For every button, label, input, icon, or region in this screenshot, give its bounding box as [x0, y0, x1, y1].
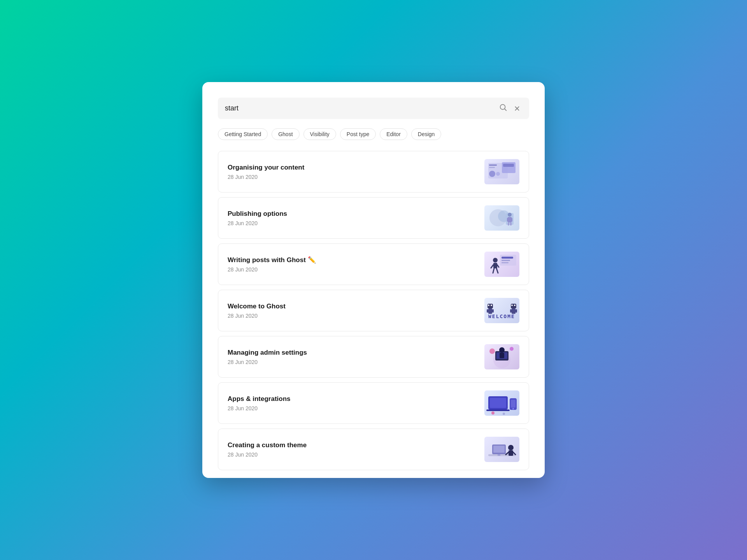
result-thumbnail: [484, 390, 519, 416]
filter-tag-visibility[interactable]: Visibility: [303, 128, 336, 140]
svg-rect-31: [487, 304, 493, 308]
svg-rect-16: [507, 218, 509, 222]
filter-tag-design[interactable]: Design: [411, 128, 442, 140]
svg-rect-61: [498, 454, 500, 456]
result-text: Managing admin settings 28 Jun 2020: [228, 349, 307, 365]
result-thumbnail: WELCOME: [484, 298, 519, 323]
svg-line-29: [496, 268, 498, 273]
filter-tags: Getting Started Ghost Visibility Post ty…: [218, 128, 529, 140]
result-text: Apps & integrations 28 Jun 2020: [228, 395, 291, 411]
svg-point-38: [511, 304, 513, 306]
result-date: 28 Jun 2020: [228, 174, 304, 180]
svg-point-55: [512, 408, 514, 410]
result-card-admin[interactable]: Managing admin settings 28 Jun 2020: [218, 336, 529, 378]
result-thumbnail: [484, 344, 519, 369]
svg-rect-9: [489, 164, 497, 166]
result-title: Welcome to Ghost: [228, 303, 286, 310]
result-text: Welcome to Ghost 28 Jun 2020: [228, 303, 286, 319]
svg-point-24: [493, 258, 498, 262]
svg-point-39: [514, 304, 516, 306]
svg-rect-63: [509, 450, 513, 456]
svg-rect-54: [511, 400, 516, 408]
svg-line-1: [505, 109, 506, 110]
svg-point-0: [500, 105, 505, 110]
result-date: 28 Jun 2020: [228, 359, 307, 365]
svg-rect-18: [508, 222, 509, 226]
result-text: Organising your content 28 Jun 2020: [228, 164, 304, 180]
result-text: Publishing options 28 Jun 2020: [228, 210, 287, 226]
svg-point-8: [496, 172, 500, 176]
search-icon: [499, 103, 507, 114]
svg-rect-22: [502, 260, 510, 261]
result-date: 28 Jun 2020: [228, 405, 291, 411]
results-list: Organising your content 28 Jun 2020 Publ…: [218, 151, 529, 470]
filter-tag-post-type[interactable]: Post type: [340, 128, 376, 140]
svg-rect-19: [510, 222, 512, 226]
filter-tag-editor[interactable]: Editor: [380, 128, 407, 140]
result-card-apps[interactable]: Apps & integrations 28 Jun 2020: [218, 382, 529, 424]
result-thumbnail: [484, 252, 519, 277]
filter-tag-ghost[interactable]: Ghost: [272, 128, 299, 140]
svg-rect-21: [502, 257, 513, 259]
svg-point-48: [499, 347, 505, 353]
svg-rect-41: [510, 309, 512, 313]
result-date: 28 Jun 2020: [228, 220, 287, 226]
svg-point-32: [488, 304, 489, 306]
result-date: 28 Jun 2020: [228, 452, 307, 458]
result-title: Publishing options: [228, 210, 287, 218]
result-title: Creating a custom theme: [228, 441, 307, 449]
result-card-writing[interactable]: Writing posts with Ghost ✏️ 28 Jun 2020: [218, 243, 529, 285]
svg-point-14: [508, 213, 512, 217]
svg-rect-34: [488, 308, 492, 314]
result-title: Organising your content: [228, 164, 304, 172]
result-card-welcome[interactable]: Welcome to Ghost 28 Jun 2020 WELCOME: [218, 290, 529, 331]
svg-text:WELCOME: WELCOME: [488, 313, 515, 319]
result-text: Creating a custom theme 28 Jun 2020: [228, 441, 307, 458]
svg-rect-40: [512, 308, 516, 314]
svg-rect-6: [503, 164, 514, 167]
search-input[interactable]: [225, 104, 494, 112]
svg-point-33: [491, 304, 492, 306]
result-date: 28 Jun 2020: [228, 266, 316, 273]
svg-line-27: [497, 265, 499, 267]
close-button[interactable]: [512, 103, 522, 114]
result-thumbnail: [484, 437, 519, 462]
svg-rect-52: [486, 410, 510, 411]
result-title: Managing admin settings: [228, 349, 307, 357]
svg-point-62: [508, 445, 514, 450]
svg-line-26: [491, 265, 493, 268]
svg-rect-23: [502, 262, 509, 263]
svg-rect-60: [493, 446, 505, 453]
result-thumbnail: [484, 159, 519, 184]
search-bar: [218, 98, 529, 119]
svg-point-44: [489, 348, 495, 354]
result-card-organising[interactable]: Organising your content 28 Jun 2020: [218, 151, 529, 192]
svg-rect-17: [511, 218, 512, 222]
svg-rect-25: [493, 263, 497, 268]
result-thumbnail: [484, 205, 519, 231]
svg-rect-10: [489, 167, 495, 168]
svg-rect-49: [500, 353, 504, 358]
svg-line-28: [493, 268, 494, 273]
svg-rect-51: [490, 398, 506, 408]
svg-rect-37: [511, 304, 516, 308]
svg-point-45: [510, 347, 514, 351]
svg-point-7: [489, 171, 495, 177]
svg-rect-36: [492, 309, 494, 313]
result-date: 28 Jun 2020: [228, 313, 286, 319]
filter-tag-getting-started[interactable]: Getting Started: [218, 128, 268, 140]
result-title: Writing posts with Ghost ✏️: [228, 256, 316, 264]
svg-rect-42: [516, 309, 517, 313]
search-modal: Getting Started Ghost Visibility Post ty…: [202, 82, 545, 478]
svg-point-57: [503, 413, 505, 415]
svg-rect-35: [487, 309, 488, 313]
result-card-theme[interactable]: Creating a custom theme 28 Jun 2020: [218, 429, 529, 470]
svg-point-56: [491, 411, 494, 415]
result-title: Apps & integrations: [228, 395, 291, 403]
result-card-publishing[interactable]: Publishing options 28 Jun 2020: [218, 197, 529, 239]
result-text: Writing posts with Ghost ✏️ 28 Jun 2020: [228, 256, 316, 273]
